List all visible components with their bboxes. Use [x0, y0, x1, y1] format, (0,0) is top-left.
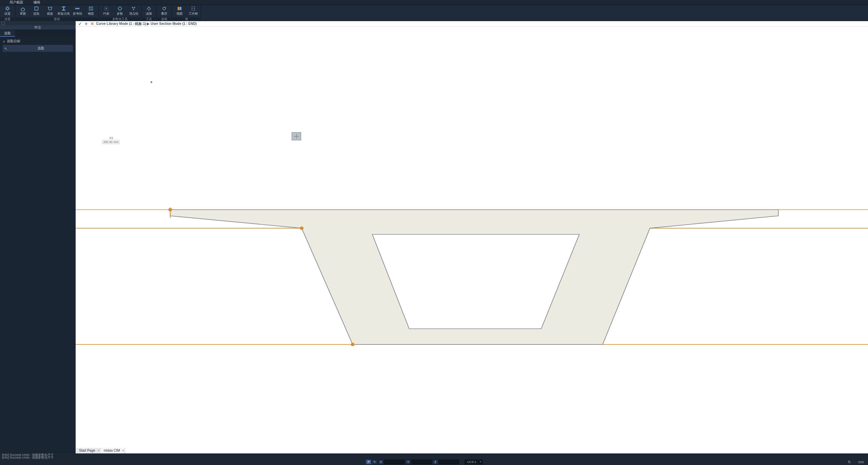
ribbon-constraint-button[interactable]: 约束 — [99, 5, 113, 17]
ribbon-parameter-button[interactable]: 参数 — [113, 5, 127, 17]
snap-mode-2[interactable]: ✎ — [372, 460, 377, 464]
side-panel: 中立 选取 ∨ 选取目标 ↖ 选取 — [0, 21, 76, 453]
tree-icon — [190, 6, 197, 11]
ribbon-button-label: 参数 — [117, 12, 123, 16]
cursor-icon: ↖ — [3, 47, 9, 50]
ribbon-group: 约束参数顶点组参数化工具 — [99, 5, 141, 21]
ribbon-button-label: 设置 — [4, 12, 11, 16]
view-icon — [176, 6, 183, 11]
menu-bar: 用户截面 编辑 — [0, 0, 868, 5]
refline-icon — [74, 6, 81, 11]
coord-z-input[interactable] — [439, 460, 459, 464]
axis-y-label: Y — [405, 460, 411, 464]
coord-y-input[interactable] — [412, 460, 432, 464]
close-icon[interactable]: × — [97, 448, 99, 453]
svg-rect-10 — [148, 9, 149, 10]
ribbon-group: 滤器工具 — [141, 5, 157, 21]
snap-toggle[interactable]: P — [366, 460, 371, 464]
panel-mini-icon[interactable] — [1, 21, 5, 25]
overlay-icon — [161, 6, 168, 11]
dimension-variable: V1 — [109, 136, 113, 140]
ribbon-button-label: 截面 — [47, 12, 53, 16]
log-line-2: [Info] Success Undo : 创建参数化尺寸 — [2, 456, 868, 459]
ribbon-group: 设置设置 — [0, 5, 15, 21]
section-header-select-target[interactable]: ∨ 选取目标 — [1, 38, 75, 44]
ribbon-button-label: 草图 — [20, 12, 26, 16]
row-select-mode[interactable]: ↖ 选取 — [3, 45, 73, 52]
param-icon — [117, 6, 123, 11]
panel-tab-select[interactable]: 选取 — [0, 30, 15, 37]
ribbon-settings-button[interactable]: 设置 — [1, 5, 14, 17]
panel-title: 中立 — [0, 25, 76, 30]
cancel-icon[interactable]: ✕ — [91, 21, 94, 26]
axis-x-label: X — [378, 460, 384, 464]
confirm-icon[interactable]: ✓ — [78, 21, 82, 26]
row-select-label: 选取 — [9, 46, 73, 51]
status-bar: P ✎ X Y Z UCS-1 N · mm — [0, 459, 868, 465]
log-line-1: [Info] Success Undo : 创建参数化尺寸 — [2, 453, 868, 456]
ribbon-worktree-button[interactable]: 工作树 — [186, 5, 200, 17]
dimension-value[interactable]: 200.00 mm — [102, 140, 120, 144]
ribbon-button-label: 滤器 — [146, 12, 152, 16]
section-header-label: 选取目标 — [7, 39, 20, 44]
mouse-cursor: ⌖ — [150, 80, 153, 84]
ribbon-group-label: 工具 — [142, 17, 156, 21]
ribbon-view-button[interactable]: 视图 — [173, 5, 186, 17]
filter-icon — [145, 6, 152, 11]
ribbon-frame-element-button[interactable]: 框架元线 — [57, 5, 71, 17]
rebar-icon — [88, 6, 94, 11]
ribbon-button-label: 钢筋 — [88, 12, 94, 16]
ribbon-section-button[interactable]: 截面 — [43, 5, 57, 17]
axis-z-label: Z — [433, 460, 438, 464]
svg-rect-13 — [177, 7, 180, 10]
ribbon-options-button[interactable]: 叠层 — [157, 5, 171, 17]
box-icon — [33, 6, 40, 11]
constraint-icon — [103, 6, 110, 11]
svg-point-19 — [168, 208, 172, 212]
ribbon-vertex-group-button[interactable]: 顶点组 — [127, 5, 140, 17]
side-panel-header — [0, 21, 76, 25]
menu-user-section[interactable]: 用户截面 — [10, 0, 23, 5]
svg-rect-1 — [35, 7, 38, 10]
ribbon-group-label: 设置 — [1, 17, 14, 21]
menu-edit[interactable]: 编辑 — [33, 0, 40, 5]
ribbon-filter-button[interactable]: 滤器 — [142, 5, 156, 17]
coord-x-input[interactable] — [384, 460, 405, 464]
ribbon-button-label: 框架元线 — [58, 12, 70, 16]
drawing-canvas[interactable]: V1 200.00 mm ⌖ Start Page×midas CIM× — [76, 27, 868, 453]
origin-handle[interactable] — [292, 132, 301, 140]
ribbon-button-label: 工作树 — [189, 12, 198, 16]
vertex-icon — [130, 6, 137, 11]
ribbon-reference-line-button[interactable]: 参考线 — [71, 5, 84, 17]
close-icon[interactable]: × — [122, 448, 124, 453]
status-n: N — [848, 460, 850, 464]
svg-rect-3 — [89, 6, 93, 10]
ribbon-group-label: 视 — [173, 17, 200, 21]
section-drawing — [76, 27, 868, 453]
svg-point-5 — [106, 8, 107, 9]
doc-tab[interactable]: midas CIM× — [100, 448, 125, 453]
ribbon-group: 草图提取截面框架元线参考线钢筋形状 — [15, 5, 99, 21]
gear-icon — [4, 6, 11, 11]
canvas-area: ✓ ＋ ✕ Curve Library Mode (1 : 线族-1) ▶ Us… — [76, 21, 868, 453]
ucs-selector[interactable]: UCS-1 — [465, 460, 483, 464]
chevron-down-icon: ∨ — [3, 40, 5, 43]
ribbon-sketch-button[interactable]: 草图 — [16, 5, 30, 17]
add-icon[interactable]: ＋ — [84, 21, 89, 27]
ribbon-button-label: 约束 — [103, 12, 109, 16]
ribbon-group: 视图工作树视 — [172, 5, 201, 21]
svg-point-20 — [300, 227, 304, 230]
svg-point-21 — [351, 343, 355, 346]
ribbon-extract-button[interactable]: 提取 — [30, 5, 43, 17]
ribbon-button-label: 顶点组 — [129, 12, 138, 16]
canvas-toolbar: ✓ ＋ ✕ Curve Library Mode (1 : 线族-1) ▶ Us… — [76, 21, 868, 27]
ribbon-group-label: 选项 — [157, 17, 171, 21]
ribbon-rebar-button[interactable]: 钢筋 — [84, 5, 98, 17]
document-tabs: Start Page×midas CIM× — [76, 448, 125, 453]
status-unit[interactable]: mm — [858, 460, 864, 464]
svg-rect-2 — [75, 8, 79, 9]
pencil-icon — [19, 6, 26, 11]
ribbon-group: 叠层选项 — [157, 5, 172, 21]
doc-tab[interactable]: Start Page× — [76, 448, 100, 453]
ribbon-button-label: 参考线 — [73, 12, 82, 16]
